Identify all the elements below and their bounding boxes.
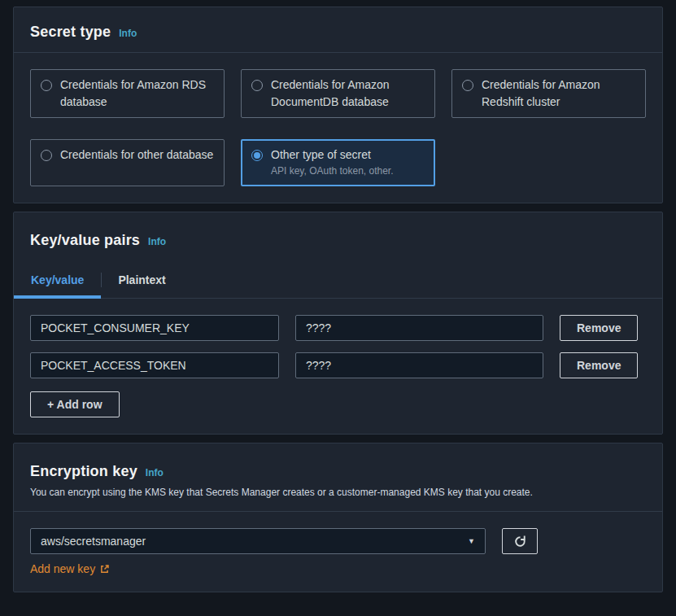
secret-type-option-redshift[interactable]: Credentials for Amazon Redshift cluster — [451, 69, 646, 118]
radio-icon — [41, 80, 52, 91]
radio-icon — [41, 150, 52, 161]
key-value-pairs-panel: Key/value pairs Info Key/value Plaintext… — [13, 212, 663, 435]
add-row-button[interactable]: + Add row — [30, 391, 120, 417]
tile-label: Credentials for Amazon RDS database — [60, 76, 214, 111]
key-value-pairs-title: Key/value pairs — [30, 232, 140, 249]
tab-plaintext[interactable]: Plaintext — [101, 262, 182, 298]
radio-selected-icon — [251, 150, 263, 161]
secret-type-option-rds[interactable]: Credentials for Amazon RDS database — [30, 69, 225, 118]
secret-value-input[interactable] — [295, 352, 543, 378]
key-value-row: Remove — [30, 315, 646, 341]
key-value-pairs-header: Key/value pairs Info — [14, 212, 662, 262]
secret-key-input[interactable] — [30, 352, 279, 378]
kms-key-select[interactable]: aws/secretsmanager ▼ — [30, 528, 486, 554]
encryption-key-info-link[interactable]: Info — [146, 467, 164, 478]
radio-icon — [251, 80, 263, 91]
secret-type-option-other-database[interactable]: Credentials for other database — [30, 139, 225, 186]
add-new-key-label: Add new key — [30, 562, 95, 575]
encryption-key-header: Encryption key Info You can encrypt usin… — [14, 443, 662, 511]
secret-type-option-other-secret[interactable]: Other type of secret API key, OAuth toke… — [241, 139, 435, 186]
key-value-row: Remove — [30, 352, 646, 378]
chevron-down-icon: ▼ — [468, 537, 475, 545]
key-value-pairs-body: Remove Remove + Add row — [14, 299, 662, 434]
secret-type-title: Secret type — [30, 24, 111, 41]
encryption-key-title: Encryption key — [30, 463, 137, 480]
tile-label: Credentials for Amazon Redshift cluster — [482, 76, 635, 111]
add-new-key-link[interactable]: Add new key — [30, 562, 110, 575]
tile-label: Credentials for Amazon DocumentDB databa… — [271, 76, 425, 111]
secret-type-header: Secret type Info — [14, 7, 662, 52]
encryption-key-body: aws/secretsmanager ▼ Add new key — [14, 512, 662, 592]
tile-description: API key, OAuth token, other. — [271, 164, 394, 178]
refresh-button[interactable] — [502, 528, 538, 554]
radio-icon — [462, 80, 473, 91]
remove-row-button[interactable]: Remove — [560, 352, 638, 378]
tile-label: Credentials for other database — [60, 146, 213, 164]
secret-value-input[interactable] — [295, 315, 543, 341]
encryption-key-description: You can encrypt using the KMS key that S… — [30, 487, 646, 498]
external-link-icon — [99, 564, 110, 574]
tile-label: Other type of secret — [271, 146, 394, 164]
store-secret-form: Secret type Info Credentials for Amazon … — [0, 0, 676, 592]
secret-key-input[interactable] — [30, 315, 279, 341]
secret-value-tabs: Key/value Plaintext — [14, 262, 662, 299]
secret-type-option-documentdb[interactable]: Credentials for Amazon DocumentDB databa… — [241, 69, 435, 118]
remove-row-button[interactable]: Remove — [560, 315, 638, 341]
tab-key-value[interactable]: Key/value — [14, 262, 101, 298]
secret-type-options: Credentials for Amazon RDS database Cred… — [14, 53, 662, 203]
key-value-pairs-info-link[interactable]: Info — [148, 236, 166, 247]
secret-type-panel: Secret type Info Credentials for Amazon … — [13, 7, 663, 203]
secret-type-info-link[interactable]: Info — [119, 28, 137, 39]
refresh-icon — [513, 535, 527, 548]
encryption-key-panel: Encryption key Info You can encrypt usin… — [13, 443, 663, 592]
kms-key-selected-value: aws/secretsmanager — [41, 535, 146, 548]
